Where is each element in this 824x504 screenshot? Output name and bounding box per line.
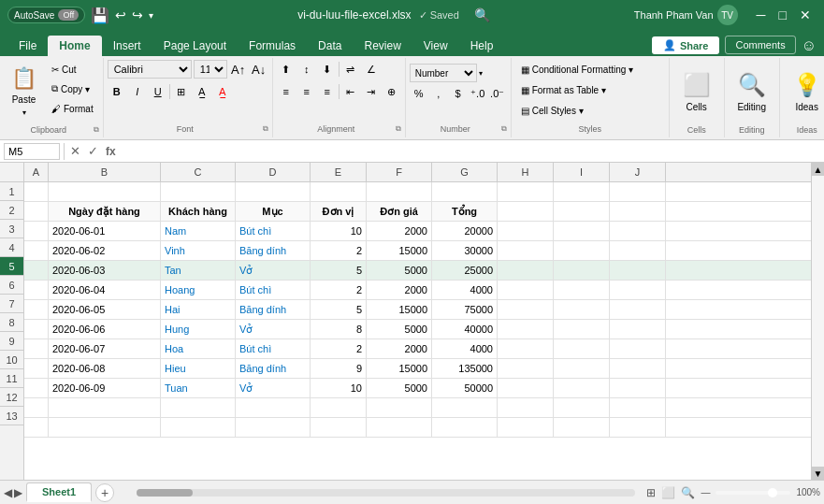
tab-data[interactable]: Data bbox=[307, 36, 353, 56]
cell-e7[interactable]: 5 bbox=[311, 300, 367, 319]
cell-g3[interactable]: 20000 bbox=[432, 222, 498, 240]
cell-g8[interactable]: 40000 bbox=[432, 320, 498, 338]
col-header-i[interactable]: I bbox=[554, 163, 610, 181]
scroll-thumb[interactable] bbox=[137, 489, 193, 497]
cell-i5[interactable] bbox=[554, 261, 610, 280]
cell-reference-input[interactable] bbox=[4, 143, 60, 160]
col-header-f[interactable]: F bbox=[367, 163, 432, 181]
cell-c5[interactable]: Tan bbox=[161, 261, 236, 280]
cell-d1[interactable] bbox=[236, 182, 311, 201]
cell-f8[interactable]: 5000 bbox=[367, 320, 432, 338]
cell-b6[interactable]: 2020-06-04 bbox=[49, 281, 161, 299]
cell-e5[interactable]: 5 bbox=[311, 261, 367, 280]
decrease-decimal-button[interactable]: .0⁻ bbox=[488, 84, 507, 103]
cell-h6[interactable] bbox=[498, 281, 554, 299]
align-center-button[interactable]: ≡ bbox=[297, 82, 316, 101]
col-header-g[interactable]: G bbox=[432, 163, 498, 181]
align-bottom-button[interactable]: ⬇ bbox=[318, 60, 337, 79]
cell-h1[interactable] bbox=[498, 182, 554, 201]
scroll-track[interactable] bbox=[812, 176, 824, 467]
cell-h12[interactable] bbox=[498, 398, 554, 417]
cell-e10[interactable]: 9 bbox=[311, 359, 367, 378]
cell-a5[interactable] bbox=[24, 261, 49, 280]
cell-c2[interactable]: Khách hàng bbox=[161, 202, 236, 221]
search-icon[interactable]: 🔍 bbox=[474, 7, 490, 22]
font-color-button[interactable]: A̲ bbox=[213, 82, 232, 101]
cell-a13[interactable] bbox=[24, 418, 49, 437]
row-header-2[interactable]: 2 bbox=[0, 201, 23, 220]
cell-h10[interactable] bbox=[498, 359, 554, 378]
cell-i3[interactable] bbox=[554, 222, 610, 240]
col-header-b[interactable]: B bbox=[49, 163, 161, 181]
cell-d7[interactable]: Băng dính bbox=[236, 300, 311, 319]
cell-b13[interactable] bbox=[49, 418, 161, 437]
border-button[interactable]: ⊞ bbox=[172, 82, 191, 101]
cell-h4[interactable] bbox=[498, 241, 554, 260]
cell-f3[interactable]: 2000 bbox=[367, 222, 432, 240]
number-format-select[interactable]: Number bbox=[410, 64, 477, 82]
row-header-13[interactable]: 13 bbox=[0, 407, 23, 425]
cell-j12[interactable] bbox=[610, 398, 666, 417]
share-button[interactable]: 👤 Share bbox=[652, 36, 720, 54]
cell-j2[interactable] bbox=[610, 202, 666, 221]
cell-a8[interactable] bbox=[24, 320, 49, 338]
decrease-font-button[interactable]: A↓ bbox=[250, 60, 268, 79]
cell-j3[interactable] bbox=[610, 222, 666, 240]
cell-h8[interactable] bbox=[498, 320, 554, 338]
cell-e4[interactable]: 2 bbox=[311, 241, 367, 260]
cell-h11[interactable] bbox=[498, 379, 554, 397]
number-format-dropdown[interactable]: ▾ bbox=[479, 69, 483, 78]
cell-styles-button[interactable]: ▤ Cell Styles ▾ bbox=[515, 101, 589, 120]
format-as-table-button[interactable]: ▦ Format as Table ▾ bbox=[515, 80, 613, 99]
tab-view[interactable]: View bbox=[412, 36, 459, 56]
cell-a9[interactable] bbox=[24, 339, 49, 358]
cell-b1[interactable] bbox=[49, 182, 161, 201]
cell-d6[interactable]: Bút chì bbox=[236, 281, 311, 299]
cell-g6[interactable]: 4000 bbox=[432, 281, 498, 299]
comma-button[interactable]: , bbox=[429, 84, 448, 103]
cell-g5[interactable]: 25000 bbox=[432, 261, 498, 280]
align-top-button[interactable]: ⬆ bbox=[277, 60, 296, 79]
conditional-formatting-button[interactable]: ▦ Conditional Formatting ▾ bbox=[515, 60, 640, 79]
cell-j13[interactable] bbox=[610, 418, 666, 437]
col-header-j[interactable]: J bbox=[610, 163, 666, 181]
cell-b8[interactable]: 2020-06-06 bbox=[49, 320, 161, 338]
cell-c12[interactable] bbox=[161, 398, 236, 417]
autosave-toggle[interactable]: AutoSave Off bbox=[7, 7, 85, 23]
copy-button[interactable]: ⧉ Copy ▾ bbox=[46, 79, 99, 98]
font-expand[interactable]: ⧉ bbox=[263, 124, 268, 134]
align-left-button[interactable]: ≡ bbox=[277, 82, 296, 101]
redo-icon[interactable]: ↪ bbox=[132, 7, 143, 22]
cell-i2[interactable] bbox=[554, 202, 610, 221]
row-header-5[interactable]: 5 bbox=[0, 257, 23, 276]
scroll-down-button[interactable]: ▼ bbox=[812, 467, 824, 480]
fill-color-button[interactable]: A̲ bbox=[193, 82, 211, 101]
cell-e1[interactable] bbox=[311, 182, 367, 201]
cell-f13[interactable] bbox=[367, 418, 432, 437]
cell-d13[interactable] bbox=[236, 418, 311, 437]
cell-j1[interactable] bbox=[610, 182, 666, 201]
view-normal-icon[interactable]: ⊞ bbox=[646, 486, 656, 499]
comments-button[interactable]: Comments bbox=[725, 36, 795, 54]
cell-g10[interactable]: 135000 bbox=[432, 359, 498, 378]
tab-review[interactable]: Review bbox=[353, 36, 412, 56]
format-painter-button[interactable]: 🖌 Format bbox=[46, 99, 99, 118]
alignment-expand[interactable]: ⧉ bbox=[396, 124, 401, 134]
cell-i1[interactable] bbox=[554, 182, 610, 201]
row-header-1[interactable]: 1 bbox=[0, 182, 23, 201]
cell-a4[interactable] bbox=[24, 241, 49, 260]
undo-dropdown-icon[interactable]: ▾ bbox=[149, 10, 153, 21]
cell-a2[interactable] bbox=[24, 202, 49, 221]
cell-c7[interactable]: Hai bbox=[161, 300, 236, 319]
cell-a1[interactable] bbox=[24, 182, 49, 201]
cell-h2[interactable] bbox=[498, 202, 554, 221]
bold-button[interactable]: B bbox=[108, 82, 126, 101]
row-header-7[interactable]: 7 bbox=[0, 295, 23, 313]
cell-f10[interactable]: 15000 bbox=[367, 359, 432, 378]
cell-i12[interactable] bbox=[554, 398, 610, 417]
cell-j11[interactable] bbox=[610, 379, 666, 397]
grid-area[interactable]: A B C D E F G H I J 1 2 3 4 5 6 bbox=[0, 163, 811, 480]
cell-g12[interactable] bbox=[432, 398, 498, 417]
cell-b12[interactable] bbox=[49, 398, 161, 417]
italic-button[interactable]: I bbox=[128, 82, 147, 101]
